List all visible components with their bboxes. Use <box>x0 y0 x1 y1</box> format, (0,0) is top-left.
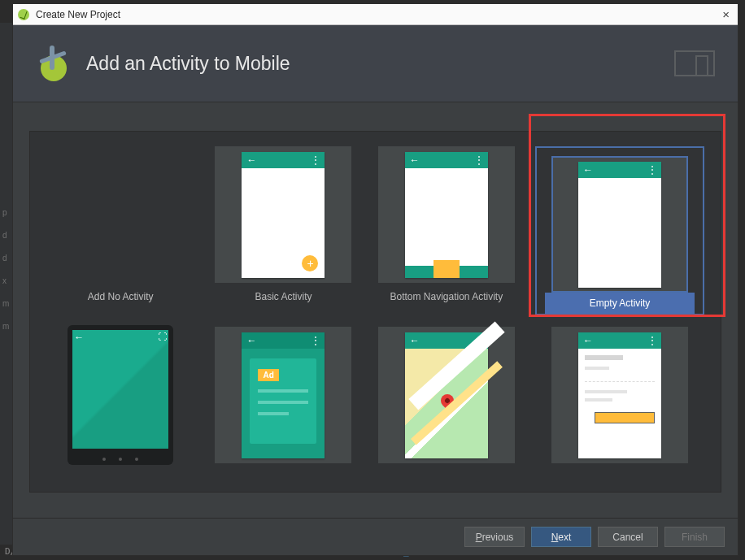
gutter-char: d <box>2 224 10 247</box>
overflow-icon: ⋮ <box>647 335 656 346</box>
fullscreen-icon: ⛶ <box>158 332 167 341</box>
templates-grid: Add No Activity ←⋮ + Basic Activity <box>30 132 721 493</box>
android-studio-icon <box>18 9 29 20</box>
finish-button: Finish <box>664 527 725 547</box>
template-bottom-navigation-activity[interactable]: ←⋮ Bottom Navigation Activity <box>372 146 521 315</box>
overflow-icon: ⋮ <box>474 154 483 166</box>
template-label: Bottom Navigation Activity <box>390 291 503 304</box>
back-arrow-icon: ← <box>246 154 256 166</box>
overflow-icon: ⋮ <box>311 154 320 166</box>
template-basic-activity[interactable]: ←⋮ + Basic Activity <box>209 146 357 315</box>
wizard-footer: Previous Next Cancel Finish <box>13 518 738 555</box>
overflow-icon: ⋮ <box>647 164 656 176</box>
android-studio-logo <box>36 46 72 81</box>
next-button[interactable]: Next <box>531 527 591 547</box>
gutter-char: x <box>2 270 10 293</box>
back-arrow-icon: ← <box>583 335 593 346</box>
dialog-titlebar[interactable]: Create New Project × <box>13 4 738 25</box>
close-icon[interactable]: × <box>719 7 733 21</box>
gutter-char: d <box>2 247 10 270</box>
back-arrow-icon: ← <box>246 335 256 346</box>
overflow-icon: ⋮ <box>311 335 320 346</box>
map-pin-icon <box>438 391 456 410</box>
cancel-button[interactable]: Cancel <box>598 527 658 547</box>
new-project-dialog: Create New Project × Add an Activity to … <box>12 3 738 556</box>
wizard-content: Add No Activity ←⋮ + Basic Activity <box>13 102 738 518</box>
dialog-title: Create New Project <box>36 9 120 20</box>
template-empty-activity[interactable]: ←⋮ Empty Activity <box>535 146 704 315</box>
gutter-char: m <box>2 315 10 338</box>
back-arrow-icon: ← <box>410 335 420 346</box>
template-fullscreen-activity[interactable]: ← ⛶ <box>46 327 194 484</box>
wizard-title: Add an Activity to Mobile <box>86 53 290 75</box>
template-add-no-activity[interactable]: Add No Activity <box>46 146 194 315</box>
back-arrow-icon: ← <box>410 154 420 166</box>
ad-badge: Ad <box>258 369 278 381</box>
back-arrow-icon: ← <box>583 164 593 176</box>
template-label: Add No Activity <box>88 291 154 304</box>
gutter-char: p <box>2 202 10 224</box>
fab-icon: + <box>302 255 318 271</box>
device-icon <box>674 50 715 76</box>
editor-gutter: p d d x m m <box>0 23 12 545</box>
template-admob-ads-activity[interactable]: ←⋮ Ad <box>209 327 357 484</box>
wizard-header: Add an Activity to Mobile <box>13 25 738 102</box>
template-label: Basic Activity <box>255 291 312 304</box>
gutter-char: m <box>2 293 10 315</box>
template-login-activity[interactable]: ←⋮ <box>535 327 704 484</box>
template-google-maps-activity[interactable]: ←⋮ <box>372 327 521 484</box>
templates-panel: Add No Activity ←⋮ + Basic Activity <box>29 131 721 493</box>
previous-button[interactable]: Previous <box>464 527 525 547</box>
template-label: Empty Activity <box>545 293 695 314</box>
back-arrow-icon: ← <box>74 332 84 343</box>
